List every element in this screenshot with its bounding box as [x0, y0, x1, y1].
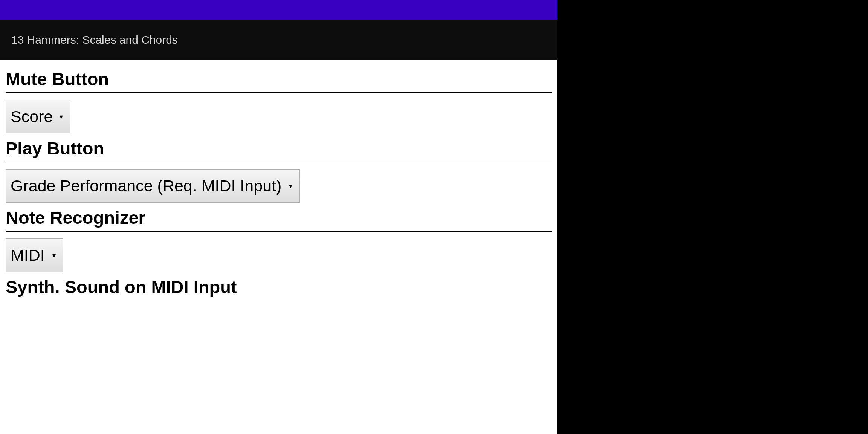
play-button-select-value: Grade Performance (Req. MIDI Input): [11, 178, 281, 194]
play-button-heading: Play Button: [6, 138, 552, 159]
note-recognizer-select[interactable]: MIDI ▾: [6, 238, 63, 272]
divider: [6, 231, 552, 232]
status-bar: [0, 0, 557, 20]
app-container: 13 Hammers: Scales and Chords Mute Butto…: [0, 0, 557, 434]
divider: [6, 162, 552, 162]
play-button-select[interactable]: Grade Performance (Req. MIDI Input) ▾: [6, 169, 300, 203]
mute-button-select-value: Score: [11, 108, 53, 125]
chevron-down-icon: ▾: [60, 113, 63, 120]
mute-button-heading: Mute Button: [6, 69, 552, 89]
title-bar: 13 Hammers: Scales and Chords: [0, 20, 557, 60]
page-title: 13 Hammers: Scales and Chords: [11, 34, 178, 46]
note-recognizer-select-value: MIDI: [11, 247, 45, 263]
divider: [6, 92, 552, 93]
note-recognizer-heading: Note Recognizer: [6, 207, 552, 228]
settings-content: Mute Button Score ▾ Play Button Grade Pe…: [0, 60, 557, 297]
chevron-down-icon: ▾: [52, 252, 56, 259]
chevron-down-icon: ▾: [289, 183, 292, 189]
mute-button-select[interactable]: Score ▾: [6, 100, 70, 133]
synth-sound-heading: Synth. Sound on MIDI Input: [6, 277, 552, 297]
